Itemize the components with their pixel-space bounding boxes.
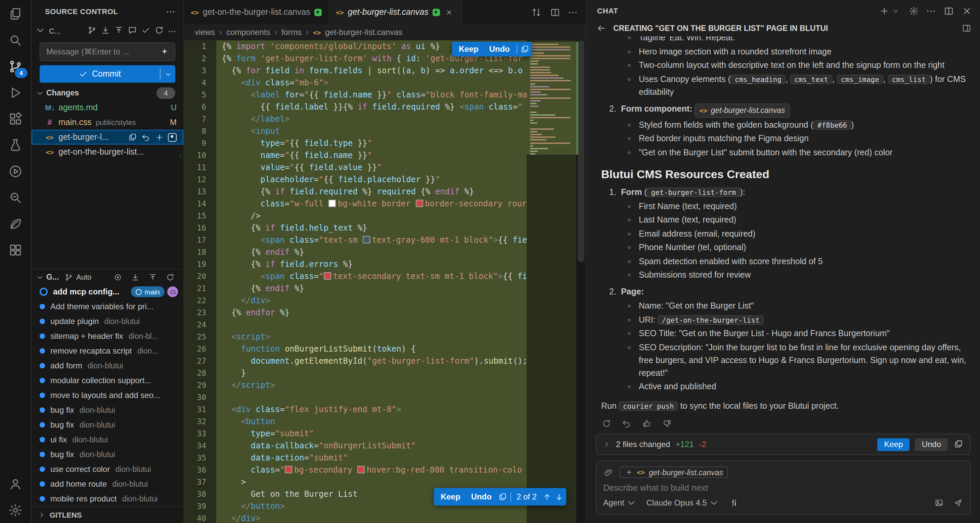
commit-row[interactable]: bug fixdion-blutui <box>32 447 183 462</box>
attach-paperclip-icon[interactable] <box>603 467 614 478</box>
file-row[interactable]: <>get-burger-l... <box>32 130 183 145</box>
breadcrumb-item[interactable]: components <box>226 27 270 37</box>
push-icon[interactable] <box>114 26 125 36</box>
agent-mode-selector[interactable]: Agent <box>603 497 637 508</box>
refresh-icon[interactable] <box>154 26 165 36</box>
push-icon[interactable] <box>148 272 158 282</box>
more-actions-icon[interactable]: ⋯ <box>568 7 578 18</box>
commit-message-box[interactable] <box>40 42 175 61</box>
pull-icon[interactable] <box>101 26 111 36</box>
tab-get-burger-list[interactable]: <> get-burger-list.canvas <box>329 0 462 24</box>
graph-section-header[interactable]: G... Auto <box>32 269 183 284</box>
file-row[interactable]: #main.csspublic/stylesM <box>32 115 183 130</box>
open-in-editor-icon[interactable] <box>943 5 954 16</box>
comment-icon[interactable] <box>127 26 138 36</box>
play-circle-icon[interactable] <box>7 163 24 180</box>
more-actions-icon[interactable]: ⋯ <box>926 5 935 16</box>
copy-diff-icon[interactable] <box>497 491 509 502</box>
keep-button[interactable]: Keep <box>435 492 466 501</box>
more-actions-icon[interactable]: ⋯ <box>166 6 175 17</box>
split-editor-icon[interactable] <box>549 7 560 18</box>
breadcrumb-item[interactable]: get-burger-list.canvas <box>325 27 402 37</box>
close-panel-icon[interactable] <box>961 5 972 16</box>
commit-row[interactable]: bug fixdion-blutui <box>32 403 183 418</box>
back-arrow-icon[interactable] <box>596 23 606 33</box>
branch-badge-main[interactable]: main <box>131 286 165 297</box>
discard-changes-icon[interactable] <box>141 132 150 142</box>
chevron-right-icon[interactable] <box>603 440 611 448</box>
settings-icon[interactable] <box>7 501 24 519</box>
commit-dropdown-chevron-icon[interactable] <box>161 70 175 78</box>
commit-message-input[interactable] <box>45 46 160 57</box>
refresh-icon[interactable] <box>165 272 175 282</box>
editor-scrollbar[interactable] <box>576 40 586 523</box>
copy-files-icon[interactable] <box>953 439 964 450</box>
copy-diff-icon[interactable] <box>519 44 531 54</box>
add-context-plus-icon[interactable] <box>625 468 633 476</box>
tab-get-on-the-burger-list[interactable]: <> get-on-the-burger-list.canvas <box>184 0 329 24</box>
account-icon[interactable] <box>7 475 24 493</box>
branch-icon[interactable] <box>88 26 98 36</box>
keep-all-button[interactable]: Keep <box>878 438 910 451</box>
cloud-sync-badge[interactable] <box>167 286 178 297</box>
close-tab-icon[interactable] <box>444 7 455 18</box>
blocks-icon[interactable] <box>7 241 24 259</box>
generate-message-sparkle-icon[interactable] <box>160 47 170 57</box>
undo-button[interactable]: Undo <box>466 492 497 501</box>
commit-row[interactable]: remove recaptca scriptdion... <box>32 343 183 358</box>
commit-row[interactable]: move to layouts and add seo... <box>32 388 183 403</box>
context-file-chip[interactable]: <> get-burger-list.canvas <box>619 467 729 478</box>
undo-icon[interactable] <box>621 418 632 428</box>
next-diff-icon[interactable] <box>553 491 565 502</box>
scrollbar-thumb[interactable] <box>578 40 584 262</box>
branch-icon[interactable] <box>64 272 73 282</box>
gitlens-section[interactable]: GITLENS <box>32 506 183 523</box>
chat-composer[interactable]: <> get-burger-list.canvas Describe what … <box>596 461 970 515</box>
code-review-icon[interactable] <box>7 189 24 206</box>
thumbs-down-icon[interactable] <box>662 418 672 428</box>
retry-icon[interactable] <box>601 418 611 428</box>
keep-button[interactable]: Keep <box>453 45 484 54</box>
breadcrumb-item[interactable]: forms <box>282 27 302 37</box>
commit-row[interactable]: mobile res productdion-blutui <box>32 491 183 506</box>
run-debug-icon[interactable] <box>7 84 24 102</box>
open-file-icon[interactable] <box>127 132 137 142</box>
model-options-sliders-icon[interactable] <box>729 497 740 508</box>
commit-row[interactable]: add home routedion-blutui <box>32 477 183 491</box>
new-chat-button[interactable] <box>878 5 901 16</box>
extensions-icon[interactable] <box>7 110 24 128</box>
testing-icon[interactable] <box>7 137 24 154</box>
compare-changes-icon[interactable] <box>531 7 541 18</box>
commit-row[interactable]: modular collection support... <box>32 373 183 388</box>
files-changed-bar[interactable]: 2 files changed +121 -2 Keep Undo <box>596 434 970 455</box>
target-icon[interactable] <box>113 272 123 282</box>
thumbs-up-icon[interactable] <box>641 418 652 428</box>
file-row[interactable]: M↓agents.mdU <box>32 100 183 115</box>
send-button[interactable] <box>953 497 963 508</box>
files-icon[interactable] <box>7 5 24 23</box>
layout-panel-icon[interactable] <box>961 23 972 33</box>
stage-changes-icon[interactable] <box>154 132 164 142</box>
commit-row[interactable]: add mcp config...main <box>32 284 183 299</box>
chat-settings-gear-icon[interactable] <box>908 5 919 16</box>
composer-input[interactable]: Describe what to build next <box>603 483 963 493</box>
commit-check-icon[interactable] <box>141 26 152 36</box>
changes-section-header[interactable]: Changes 4 <box>32 85 183 100</box>
insert-image-icon[interactable] <box>934 497 944 508</box>
leaf-icon[interactable] <box>7 215 24 233</box>
repo-label[interactable]: C... <box>49 27 60 35</box>
chat-message-content[interactable]: ◦Tagline 'Eat. Win. Repeat.'◦Hero image … <box>586 36 980 414</box>
file-row[interactable]: <>get-on-the-burger-list... <box>32 145 183 159</box>
model-selector[interactable]: Claude Opus 4.5 <box>646 497 720 508</box>
search-icon[interactable] <box>7 32 24 49</box>
commit-button[interactable]: Commit <box>40 65 175 83</box>
minimap[interactable] <box>527 40 576 523</box>
breadcrumb-item[interactable]: views <box>195 27 215 37</box>
source-control-icon[interactable]: 4 <box>7 58 24 75</box>
previous-diff-icon[interactable] <box>541 491 553 502</box>
commit-row[interactable]: update plugindion-blutui <box>32 314 183 329</box>
undo-all-button[interactable]: Undo <box>915 438 948 451</box>
commit-row[interactable]: sitemap + header fixdion-bl... <box>32 329 183 343</box>
undo-button[interactable]: Undo <box>484 45 515 54</box>
commit-row[interactable]: use correct colordion-blutui <box>32 462 183 477</box>
